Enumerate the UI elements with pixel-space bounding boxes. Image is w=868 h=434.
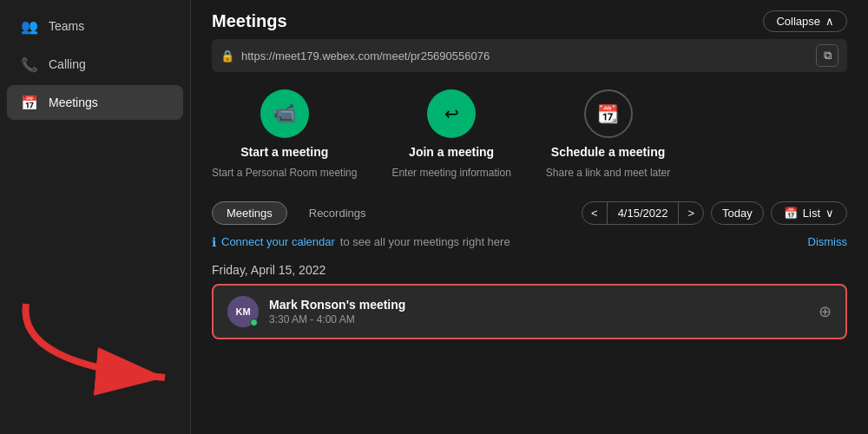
meetings-icon: 📅 xyxy=(21,94,38,111)
page-title: Meetings xyxy=(212,11,287,31)
lock-icon: 🔒 xyxy=(220,49,234,62)
calling-icon: 📞 xyxy=(21,56,38,73)
date-navigator: < 4/15/2022 > xyxy=(582,201,704,225)
sidebar-item-label: Calling xyxy=(49,57,86,71)
start-meeting-sublabel: Start a Personal Room meeting xyxy=(212,166,357,181)
main-content: Meetings Collapse ∧ 🔒 https://meet179.we… xyxy=(191,0,868,434)
schedule-meeting-button[interactable]: 📆 xyxy=(584,89,633,138)
join-meeting-sublabel: Enter meeting information xyxy=(391,166,510,181)
tabs-bar: Meetings Recordings < 4/15/2022 > Today … xyxy=(212,201,847,225)
today-button[interactable]: Today xyxy=(711,201,764,225)
calendar-connect-banner: ℹ Connect your calendar to see all your … xyxy=(212,235,847,249)
tab-meetings[interactable]: Meetings xyxy=(212,201,287,225)
room-url-text: https://meet179.webex.com/meet/pr2569055… xyxy=(241,49,809,62)
list-view-button[interactable]: 📅 List ∨ xyxy=(771,201,847,225)
info-icon: ℹ xyxy=(212,235,216,249)
sidebar-item-meetings[interactable]: 📅 Meetings xyxy=(7,85,183,120)
join-meeting-button[interactable]: ↩ xyxy=(427,89,476,138)
collapse-label: Collapse xyxy=(776,15,820,28)
start-meeting-label: Start a meeting xyxy=(240,145,328,159)
dismiss-button[interactable]: Dismiss xyxy=(808,235,848,248)
avatar: KM xyxy=(227,296,259,327)
join-meeting-label: Join a meeting xyxy=(409,145,494,159)
video-icon: 📹 xyxy=(273,102,296,125)
meetings-header: Meetings Collapse ∧ xyxy=(212,0,847,39)
copy-url-button[interactable]: ⧉ xyxy=(816,44,838,67)
calendar-connect-suffix: to see all your meetings right here xyxy=(340,235,510,248)
collapse-button[interactable]: Collapse ∧ xyxy=(763,10,847,32)
calendar-add-icon: 📆 xyxy=(597,103,619,124)
date-next-button[interactable]: > xyxy=(679,202,703,224)
copy-icon: ⧉ xyxy=(824,49,832,62)
list-label: List xyxy=(803,207,820,220)
teams-icon: 👥 xyxy=(21,17,38,35)
personal-room-url-bar: 🔒 https://meet179.webex.com/meet/pr25690… xyxy=(212,39,847,72)
date-group-heading: Friday, April 15, 2022 xyxy=(212,263,847,277)
collapse-icon: ∧ xyxy=(825,15,834,28)
chevron-down-icon: ∨ xyxy=(825,207,834,220)
meeting-details: Mark Ronson's meeting 3:30 AM - 4:00 AM xyxy=(269,298,808,326)
meeting-title: Mark Ronson's meeting xyxy=(269,298,808,312)
webex-icon: ⊕ xyxy=(819,302,832,321)
schedule-meeting-sublabel: Share a link and meet later xyxy=(546,166,670,181)
calendar-connect-link[interactable]: Connect your calendar xyxy=(221,235,335,248)
tab-recordings-label: Recordings xyxy=(309,207,366,220)
sidebar-item-label: Teams xyxy=(49,19,84,33)
schedule-meeting-label: Schedule a meeting xyxy=(551,145,665,159)
tab-recordings[interactable]: Recordings xyxy=(294,201,381,225)
start-meeting-action[interactable]: 📹 Start a meeting Start a Personal Room … xyxy=(212,89,357,181)
meeting-time: 3:30 AM - 4:00 AM xyxy=(269,313,808,326)
join-meeting-action[interactable]: ↩ Join a meeting Enter meeting informati… xyxy=(391,89,510,181)
start-meeting-button[interactable]: 📹 xyxy=(260,89,309,138)
sidebar-item-label: Meetings xyxy=(49,95,98,109)
sidebar-item-teams[interactable]: 👥 Teams xyxy=(7,9,183,43)
date-prev-button[interactable]: < xyxy=(582,202,608,224)
current-date: 4/15/2022 xyxy=(608,202,680,224)
sidebar-item-calling[interactable]: 📞 Calling xyxy=(7,47,183,82)
schedule-meeting-action[interactable]: 📆 Schedule a meeting Share a link and me… xyxy=(546,89,670,181)
meeting-list-item[interactable]: KM Mark Ronson's meeting 3:30 AM - 4:00 … xyxy=(212,284,847,339)
sidebar: 👥 Teams 📞 Calling 📅 Meetings xyxy=(0,0,191,434)
online-status-dot xyxy=(250,319,258,326)
today-label: Today xyxy=(722,207,753,220)
join-icon: ↩ xyxy=(444,103,459,124)
tab-meetings-label: Meetings xyxy=(227,207,273,220)
meeting-actions: 📹 Start a meeting Start a Personal Room … xyxy=(212,89,847,181)
list-calendar-icon: 📅 xyxy=(784,207,798,220)
avatar-initials: KM xyxy=(235,306,250,317)
